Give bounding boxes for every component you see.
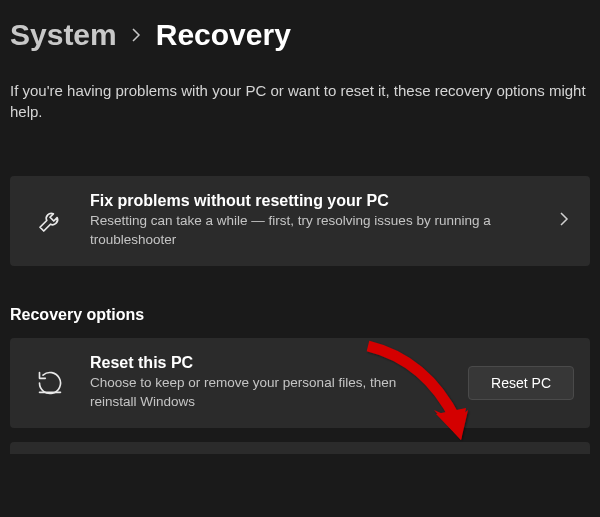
reset-icon bbox=[32, 365, 68, 401]
next-card-partial bbox=[10, 442, 590, 454]
wrench-icon bbox=[32, 203, 68, 239]
fix-problems-card[interactable]: Fix problems without resetting your PC R… bbox=[10, 176, 590, 266]
intro-text: If you're having problems with your PC o… bbox=[10, 80, 590, 122]
reset-pc-card: Reset this PC Choose to keep or remove y… bbox=[10, 338, 590, 428]
reset-pc-title: Reset this PC bbox=[90, 354, 446, 372]
reset-pc-desc: Choose to keep or remove your personal f… bbox=[90, 374, 446, 412]
page-title: Recovery bbox=[156, 18, 291, 52]
breadcrumb: System Recovery bbox=[10, 18, 590, 52]
reset-pc-button[interactable]: Reset PC bbox=[468, 366, 574, 400]
chevron-right-icon bbox=[131, 24, 142, 47]
fix-problems-title: Fix problems without resetting your PC bbox=[90, 192, 532, 210]
recovery-options-header: Recovery options bbox=[10, 306, 590, 324]
fix-problems-desc: Resetting can take a while — first, try … bbox=[90, 212, 532, 250]
chevron-right-icon bbox=[554, 212, 574, 230]
breadcrumb-parent[interactable]: System bbox=[10, 18, 117, 52]
